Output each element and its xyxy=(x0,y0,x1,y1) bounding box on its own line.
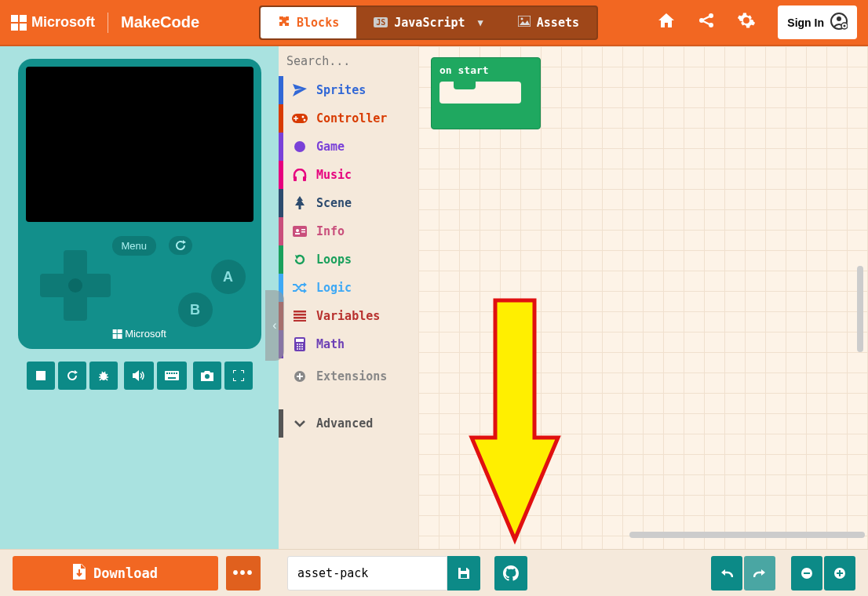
tab-javascript[interactable]: JS JavaScript ▼ xyxy=(356,7,501,38)
svg-point-21 xyxy=(302,116,305,118)
github-button[interactable] xyxy=(494,556,527,591)
simulator-screen[interactable] xyxy=(26,67,253,222)
device-controls: Menu A B xyxy=(26,236,253,338)
category-music[interactable]: Music xyxy=(279,161,418,189)
gear-icon[interactable] xyxy=(737,11,756,35)
horizontal-scrollbar[interactable] xyxy=(629,532,865,538)
block-label: on start xyxy=(439,64,489,76)
download-icon xyxy=(73,564,86,583)
download-options-button[interactable]: ••• xyxy=(226,556,261,591)
project-name-group xyxy=(287,556,480,591)
toolbox: Sprites Controller Game Music Scene Info… xyxy=(279,46,418,549)
dpad[interactable] xyxy=(40,250,111,321)
svg-point-28 xyxy=(296,229,299,232)
stop-button[interactable] xyxy=(27,362,55,390)
category-logic[interactable]: Logic xyxy=(279,274,418,302)
fullscreen-button[interactable] xyxy=(224,362,253,390)
svg-point-18 xyxy=(205,374,210,379)
circle-icon xyxy=(291,140,308,153)
calculator-icon xyxy=(291,337,308,351)
b-button[interactable]: B xyxy=(178,293,213,327)
svg-rect-51 xyxy=(804,572,810,574)
simulator-device: Menu A B Microsoft xyxy=(18,59,261,349)
collapse-simulator-button[interactable]: ‹ xyxy=(265,290,284,361)
share-icon[interactable] xyxy=(698,12,715,34)
vertical-scrollbar[interactable] xyxy=(857,266,863,352)
category-sprites[interactable]: Sprites xyxy=(279,76,418,104)
logo-group[interactable]: Microsoft MakeCode xyxy=(11,13,199,33)
device-footer-label: Microsoft xyxy=(125,328,166,340)
simulator-toolbar xyxy=(27,362,253,390)
svg-point-45 xyxy=(299,348,301,350)
tab-blocks[interactable]: Blocks xyxy=(261,7,356,38)
category-label: Variables xyxy=(316,309,380,323)
image-icon xyxy=(518,16,531,30)
svg-point-38 xyxy=(297,343,298,345)
tab-js-label: JavaScript xyxy=(394,16,465,30)
reset-button[interactable] xyxy=(169,236,192,255)
svg-rect-35 xyxy=(294,320,306,322)
category-label: Music xyxy=(316,168,352,182)
a-button[interactable]: A xyxy=(211,260,246,294)
category-label: Game xyxy=(316,140,345,154)
svg-rect-9 xyxy=(36,371,46,380)
category-controller[interactable]: Controller xyxy=(279,104,418,133)
category-advanced[interactable]: Advanced xyxy=(279,409,418,438)
simulator-panel: Menu A B Microsoft xyxy=(0,46,279,549)
undo-button[interactable] xyxy=(711,556,742,591)
svg-point-8 xyxy=(844,25,846,27)
svg-rect-31 xyxy=(301,231,305,233)
restart-button[interactable] xyxy=(58,362,86,390)
zoom-out-button[interactable] xyxy=(791,556,822,591)
list-icon xyxy=(291,311,308,322)
menu-button[interactable]: Menu xyxy=(112,236,157,256)
svg-point-39 xyxy=(299,343,301,345)
keyboard-button[interactable] xyxy=(157,362,187,390)
redo-button[interactable] xyxy=(744,556,775,591)
save-button[interactable] xyxy=(447,556,480,591)
category-scene[interactable]: Scene xyxy=(279,189,418,217)
svg-rect-29 xyxy=(295,233,300,234)
editor-tabs: Blocks JS JavaScript ▼ Assets xyxy=(259,5,598,40)
svg-rect-26 xyxy=(299,205,301,209)
category-label: Scene xyxy=(316,196,352,210)
chevron-down-icon[interactable]: ▼ xyxy=(478,17,483,28)
mute-button[interactable] xyxy=(124,362,154,390)
microsoft-logo: Microsoft xyxy=(11,14,95,31)
search-input[interactable] xyxy=(286,54,436,68)
js-icon: JS xyxy=(374,17,388,27)
on-start-block[interactable]: on start xyxy=(431,57,541,129)
svg-rect-14 xyxy=(171,372,173,374)
svg-point-40 xyxy=(301,343,303,345)
svg-rect-48 xyxy=(461,574,467,578)
signin-button[interactable]: Sign In xyxy=(778,5,857,39)
category-game[interactable]: Game xyxy=(279,133,418,161)
microsoft-icon xyxy=(11,15,27,31)
category-loops[interactable]: Loops xyxy=(279,245,418,274)
debug-button[interactable] xyxy=(89,362,118,390)
header: Microsoft MakeCode Blocks JS JavaScript … xyxy=(0,0,868,46)
home-icon[interactable] xyxy=(657,12,676,34)
category-label: Math xyxy=(316,337,345,351)
category-math[interactable]: Math xyxy=(279,330,418,358)
category-label: Info xyxy=(316,224,345,238)
category-label: Extensions xyxy=(316,369,387,383)
zoom-in-button[interactable] xyxy=(824,556,855,591)
device-footer: Microsoft xyxy=(112,328,166,340)
workspace[interactable]: on start xyxy=(418,46,868,549)
screenshot-button[interactable] xyxy=(193,362,221,390)
svg-rect-13 xyxy=(169,372,170,374)
svg-rect-32 xyxy=(294,311,306,313)
tab-blocks-label: Blocks xyxy=(297,16,339,30)
svg-point-1 xyxy=(520,17,523,20)
chevron-down-icon xyxy=(291,420,308,427)
category-variables[interactable]: Variables xyxy=(279,302,418,330)
svg-rect-11 xyxy=(165,371,179,380)
category-info[interactable]: Info xyxy=(279,217,418,245)
category-extensions[interactable]: Extensions xyxy=(279,358,418,391)
download-button[interactable]: Download xyxy=(13,556,218,591)
headphones-icon xyxy=(291,169,308,181)
project-name-input[interactable] xyxy=(287,556,447,591)
svg-rect-16 xyxy=(176,372,177,374)
tab-assets[interactable]: Assets xyxy=(501,7,596,38)
